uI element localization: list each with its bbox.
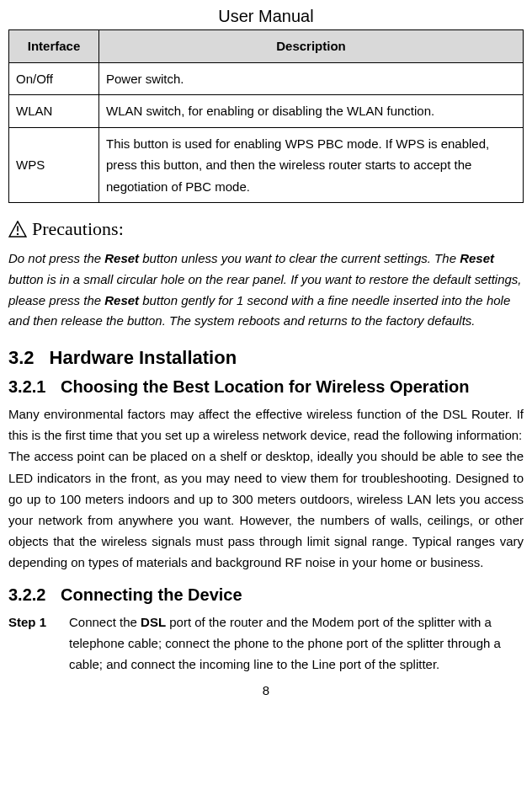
precautions-heading: Precautions: bbox=[8, 218, 524, 240]
cell-description: WLAN switch, for enabling or disabling t… bbox=[99, 95, 524, 128]
body-paragraph: The access point can be placed on a shel… bbox=[8, 446, 524, 573]
section-number: 3.2 bbox=[8, 347, 35, 369]
page-number: 8 bbox=[8, 683, 524, 704]
svg-point-1 bbox=[17, 233, 19, 235]
step-label: Step 1 bbox=[8, 611, 69, 676]
text: Do not press the bbox=[8, 251, 104, 265]
table-row: WLAN WLAN switch, for enabling or disabl… bbox=[9, 95, 524, 128]
cell-interface: On/Off bbox=[9, 62, 99, 95]
section-3-2-1-heading: 3.2.1 Choosing the Best Location for Wir… bbox=[8, 377, 524, 397]
subsection-number: 3.2.1 bbox=[8, 377, 61, 397]
bold-text: Reset bbox=[104, 251, 139, 265]
table-header-description: Description bbox=[99, 30, 524, 63]
precautions-body: Do not press the Reset button unless you… bbox=[8, 248, 524, 332]
bold-text: Reset bbox=[460, 251, 494, 265]
subsection-title: Connecting the Device bbox=[61, 585, 524, 605]
section-3-2-2-heading: 3.2.2 Connecting the Device bbox=[8, 585, 524, 605]
cell-interface: WLAN bbox=[9, 95, 99, 128]
warning-icon bbox=[8, 221, 27, 238]
cell-description: Power switch. bbox=[99, 62, 524, 95]
step-1: Step 1 Connect the DSL port of the route… bbox=[8, 611, 524, 676]
precautions-heading-text: Precautions: bbox=[32, 218, 124, 240]
bold-text: DSL bbox=[141, 615, 166, 629]
section-3-2-heading: 3.2Hardware Installation bbox=[8, 347, 524, 369]
bold-text: Reset bbox=[104, 293, 139, 307]
page-title: User Manual bbox=[8, 7, 524, 26]
table-header-interface: Interface bbox=[9, 30, 99, 63]
table-row: WPS This button is used for enabling WPS… bbox=[9, 127, 524, 203]
cell-description: This button is used for enabling WPS PBC… bbox=[99, 127, 524, 203]
subsection-title: Choosing the Best Location for Wireless … bbox=[61, 377, 524, 397]
interface-table: Interface Description On/Off Power switc… bbox=[8, 29, 524, 203]
cell-interface: WPS bbox=[9, 127, 99, 203]
body-paragraph: Many environmental factors may affect th… bbox=[8, 403, 524, 446]
section-title: Hardware Installation bbox=[50, 347, 237, 368]
step-content: Connect the DSL port of the router and t… bbox=[69, 611, 524, 676]
table-row: On/Off Power switch. bbox=[9, 62, 524, 95]
text: button unless you want to clear the curr… bbox=[139, 251, 460, 265]
text: Connect the bbox=[69, 615, 141, 629]
subsection-number: 3.2.2 bbox=[8, 585, 61, 605]
